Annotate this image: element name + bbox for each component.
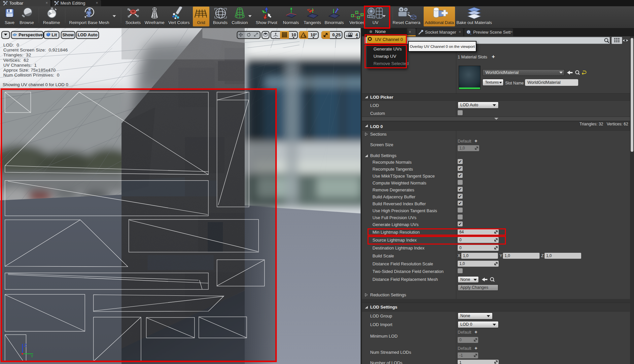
svg-text:Y: Y	[31, 354, 33, 359]
svg-text:Z: Z	[24, 343, 26, 348]
